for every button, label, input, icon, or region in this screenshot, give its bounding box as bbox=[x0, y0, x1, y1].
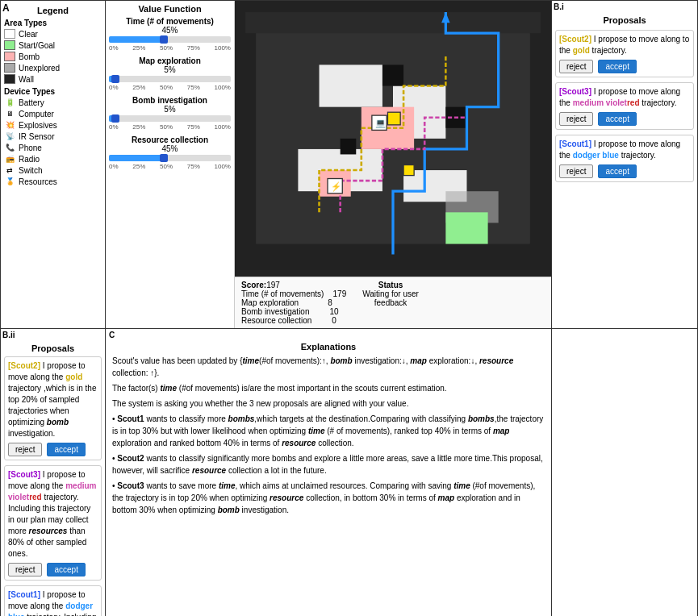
legend-battery: 🔋 Battery bbox=[4, 98, 102, 107]
bomb-label: Bomb bbox=[19, 52, 40, 61]
metric-time: Time (# of movements) 45% 0%25%50%75%100… bbox=[109, 17, 231, 52]
map-svg: ⚡ 💻 bbox=[235, 1, 551, 277]
explanation-p3: The system is asking you whether the 3 n… bbox=[112, 397, 545, 410]
bi-1-accept-button[interactable]: accept bbox=[598, 60, 636, 73]
panel-bi-label: B.i bbox=[554, 2, 564, 11]
bi-3-accept-button[interactable]: accept bbox=[598, 164, 636, 178]
metric-time-scale: 0%25%50%75%100% bbox=[109, 44, 231, 52]
bii-1-reject-button[interactable]: reject bbox=[8, 443, 42, 456]
metric-bomb-bar-container bbox=[109, 115, 231, 122]
metric-map-scale: 0%25%50%75%100% bbox=[109, 84, 231, 91]
proposal-bi-1-text: [Scout2] I propose to move along to the … bbox=[559, 34, 690, 56]
proposal-bii-3: [Scout1] I propose to move along the dod… bbox=[4, 585, 102, 616]
panel-c-title: Explanations bbox=[112, 342, 545, 352]
explanation-p5: • Scout2 wants to classify significantly… bbox=[112, 452, 545, 477]
metric-resource-scale: 0%25%50%75%100% bbox=[109, 163, 231, 170]
metric-resource-marker bbox=[160, 154, 168, 162]
svg-rect-3 bbox=[320, 65, 382, 106]
metric-bomb-label: Bomb investigation bbox=[109, 96, 231, 105]
metric-time-label: Time (# of movements) bbox=[109, 17, 231, 26]
phone-label: Phone bbox=[19, 144, 42, 152]
legend-switch: ⇄ Switch bbox=[4, 165, 102, 175]
switch-icon: ⇄ bbox=[4, 165, 15, 175]
bii-scout2-name: [Scout2] bbox=[8, 361, 40, 370]
legend-wall: Wall bbox=[4, 74, 102, 84]
panel-value-function: Value Function Time (# of movements) 45%… bbox=[106, 1, 552, 329]
panel-bii: B.ii Proposals [Scout2] I propose to mov… bbox=[1, 329, 106, 616]
metric-resource-percent: 45% bbox=[109, 144, 231, 153]
svg-rect-16 bbox=[403, 165, 414, 176]
violet-trajectory: medium violet bbox=[573, 98, 627, 107]
bii-scout1-name: [Scout1] bbox=[8, 590, 40, 599]
bii-2-text: I propose to move along the medium viole… bbox=[8, 470, 97, 558]
score-row: Score:197 Time (# of movements) 179 Map … bbox=[241, 281, 545, 325]
bi-2-accept-button[interactable]: accept bbox=[598, 112, 636, 126]
metric-map-marker bbox=[111, 75, 119, 83]
bi-3-reject-button[interactable]: reject bbox=[559, 164, 593, 178]
metric-map-percent: 5% bbox=[109, 65, 231, 74]
legend-title: Legend bbox=[4, 6, 102, 15]
status-text: Waiting for userfeedback bbox=[362, 289, 419, 307]
panel-bii-label: B.ii bbox=[2, 331, 15, 339]
explanation-p6: • Scout3 wants to save more time, which … bbox=[112, 480, 545, 516]
wall-label: Wall bbox=[19, 75, 34, 84]
unexplored-color bbox=[4, 63, 15, 73]
explanation-p2: The factor(s) time (#of movements) is/ar… bbox=[112, 382, 545, 394]
svg-rect-13 bbox=[341, 139, 357, 155]
explosives-icon: 💥 bbox=[4, 120, 15, 130]
proposal-bii-1-buttons: reject accept bbox=[8, 443, 98, 456]
svg-rect-15 bbox=[387, 112, 400, 125]
panel-bi-title: Proposals bbox=[555, 15, 694, 25]
score-value: 197 bbox=[266, 281, 280, 289]
svg-text:⚡: ⚡ bbox=[331, 181, 342, 192]
battery-label: Battery bbox=[19, 98, 44, 107]
metric-map-label: Map exploration bbox=[109, 56, 231, 65]
red-trajectory: red bbox=[627, 98, 640, 107]
gold-trajectory: gold bbox=[573, 46, 590, 55]
phone-icon: 📞 bbox=[4, 143, 15, 152]
metric-map-bar-container bbox=[109, 76, 231, 82]
metric-time-percent: 45% bbox=[109, 26, 231, 35]
proposal-bii-2: [Scout3] I propose to move along the med… bbox=[4, 465, 102, 581]
metric-time-marker bbox=[160, 35, 168, 44]
panel-bi: B.i Proposals [Scout2] I propose to move… bbox=[552, 1, 697, 329]
map-panel: ⚡ 💻 bbox=[235, 1, 551, 277]
bii-2-accept-button[interactable]: accept bbox=[47, 563, 85, 576]
panel-a-label: A bbox=[2, 2, 10, 14]
bii-1-text: I propose to move along the gold traject… bbox=[8, 361, 97, 438]
bii-2-reject-button[interactable]: reject bbox=[8, 563, 42, 576]
wall-color bbox=[4, 74, 15, 84]
bi-1-reject-button[interactable]: reject bbox=[559, 60, 593, 73]
ir-sensor-icon: 📡 bbox=[4, 131, 15, 141]
map-metric-row: Map exploration 8 bbox=[241, 298, 346, 307]
resources-icon: 🏅 bbox=[4, 177, 15, 186]
legend-phone: 📞 Phone bbox=[4, 143, 102, 152]
metric-bomb: Bomb investigation 5% 0%25%50%75%100% bbox=[109, 96, 231, 131]
panel-a: A Legend Area Types Clear Start/Goal Bom… bbox=[1, 1, 106, 329]
map-and-score: ⚡ 💻 Score:197 Time (# of movements) 179 … bbox=[235, 1, 551, 328]
bii-1-accept-button[interactable]: accept bbox=[47, 443, 85, 456]
legend-ir-sensor: 📡 IR Sensor bbox=[4, 131, 102, 141]
metric-bomb-percent: 5% bbox=[109, 105, 231, 114]
legend-unexplored: Unexplored bbox=[4, 63, 102, 73]
score-panel: Score:197 Time (# of movements) 179 Map … bbox=[235, 277, 551, 328]
bi-2-reject-button[interactable]: reject bbox=[559, 112, 593, 126]
time-metric-row: Time (# of movements) 179 bbox=[241, 289, 346, 298]
proposal-bii-2-text: [Scout3] I propose to move along the med… bbox=[8, 469, 98, 560]
panel-c-label: C bbox=[109, 331, 115, 339]
scout3-name: [Scout3] bbox=[559, 87, 591, 96]
resource-metric-row: Resource collection 0 bbox=[241, 316, 346, 325]
dodger-trajectory: dodger blue bbox=[573, 151, 619, 160]
bomb-metric-row: Bomb investigation 10 bbox=[241, 307, 346, 316]
legend-clear: Clear bbox=[4, 29, 102, 39]
metric-resource: Resource collection 45% 0%25%50%75%100% bbox=[109, 135, 231, 170]
bomb-color bbox=[4, 52, 15, 61]
explanation-p4: • Scout1 wants to classify more bombs,wh… bbox=[112, 413, 545, 449]
proposal-bi-2: [Scout3] I propose to move along the med… bbox=[555, 82, 694, 130]
svg-rect-1 bbox=[245, 12, 541, 33]
metric-time-bar-container bbox=[109, 36, 231, 43]
score-header: Score:197 bbox=[241, 281, 346, 289]
svg-text:💻: 💻 bbox=[375, 118, 387, 128]
status-col: Status Waiting for userfeedback bbox=[362, 281, 419, 325]
clear-color bbox=[4, 29, 15, 39]
